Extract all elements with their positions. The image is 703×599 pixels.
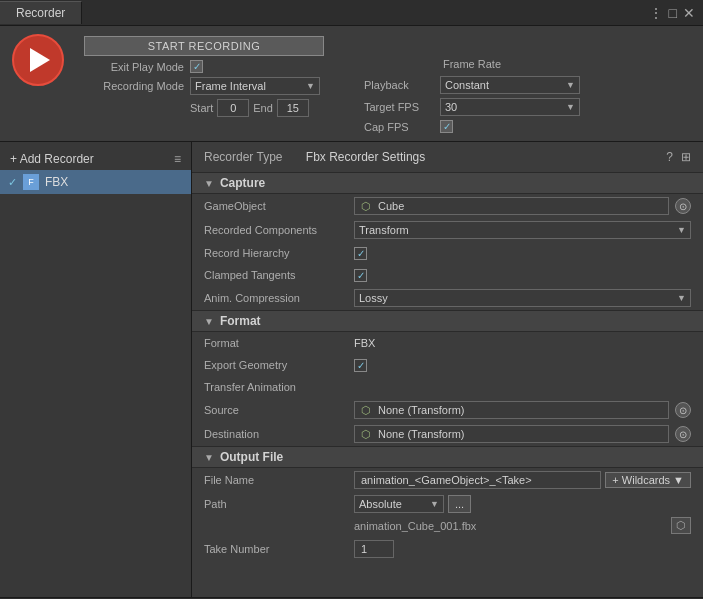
recording-mode-dropdown[interactable]: Frame Interval ▼ [190, 77, 320, 95]
exit-play-mode-row: Exit Play Mode ✓ [84, 60, 324, 73]
recorder-type-value: Fbx Recorder Settings [306, 150, 425, 164]
path-value: Absolute ▼ ... [354, 495, 691, 513]
record-hierarchy-checkbox[interactable]: ✓ [354, 247, 367, 260]
recorded-components-row: Recorded Components Transform ▼ [192, 218, 703, 242]
end-input[interactable] [277, 99, 309, 117]
transfer-animation-row: Transfer Animation [192, 376, 703, 398]
cap-fps-checkbox[interactable]: ✓ [440, 120, 453, 133]
clamped-tangents-value: ✓ [354, 269, 691, 282]
destination-icon: ⬡ [361, 428, 371, 440]
destination-select-button[interactable]: ⊙ [675, 426, 691, 442]
source-field[interactable]: ⬡ None (Transform) [354, 401, 669, 419]
format-section-header[interactable]: ▼ Format [192, 310, 703, 332]
playback-value: Constant [445, 79, 489, 91]
filepath-row: animation_Cube_001.fbx ⬡ [192, 516, 703, 537]
format-value: FBX [354, 337, 691, 349]
preset-icon[interactable]: ⊞ [681, 150, 691, 164]
close-icon[interactable]: ✕ [683, 5, 695, 21]
export-geometry-checkbox[interactable]: ✓ [354, 359, 367, 372]
format-text: FBX [354, 337, 375, 349]
take-number-row: Take Number [192, 537, 703, 561]
record-hierarchy-row: Record Hierarchy ✓ [192, 242, 703, 264]
clamped-tangents-checkbox[interactable]: ✓ [354, 269, 367, 282]
frame-rate-label: Frame Rate [364, 58, 580, 70]
controls-right: Frame Rate Playback Constant ▼ Target FP… [364, 34, 580, 133]
anim-compression-dropdown[interactable]: Lossy ▼ [354, 289, 691, 307]
export-geometry-label: Export Geometry [204, 359, 354, 371]
gameobject-row: GameObject ⬡ Cube ⊙ [192, 194, 703, 218]
anim-compression-row: Anim. Compression Lossy ▼ [192, 286, 703, 310]
cap-fps-checkmark: ✓ [443, 122, 451, 132]
start-recording-button[interactable]: START RECORDING [84, 36, 324, 56]
exit-play-mode-checkbox[interactable]: ✓ [190, 60, 203, 73]
file-name-value: + Wildcards ▼ [354, 471, 691, 489]
gameobject-field[interactable]: ⬡ Cube [354, 197, 669, 215]
file-name-label: File Name [204, 474, 354, 486]
recording-mode-label: Recording Mode [84, 80, 184, 92]
sidebar-check-icon: ✓ [8, 176, 17, 189]
playback-arrow: ▼ [566, 80, 575, 90]
take-number-input[interactable] [354, 540, 394, 558]
play-button[interactable] [12, 34, 64, 86]
gameobject-field-content: ⬡ Cube [361, 200, 404, 213]
output-file-section-header[interactable]: ▼ Output File [192, 446, 703, 468]
anim-compression-arrow: ▼ [677, 293, 686, 303]
clamped-tangents-label: Clamped Tangents [204, 269, 354, 281]
output-file-section-title: Output File [220, 450, 283, 464]
destination-field[interactable]: ⬡ None (Transform) [354, 425, 669, 443]
gameobject-select-button[interactable]: ⊙ [675, 198, 691, 214]
take-number-value [354, 540, 691, 558]
source-icon: ⬡ [361, 404, 371, 416]
browse-button[interactable]: ... [448, 495, 471, 513]
sidebar-menu-icon[interactable]: ≡ [174, 152, 181, 166]
settings-panel: Recorder Type Fbx Recorder Settings ? ⊞ … [192, 142, 703, 597]
wildcards-label: + Wildcards [612, 474, 670, 486]
anim-compression-dropdown-value: Lossy [359, 292, 388, 304]
path-type-dropdown[interactable]: Absolute ▼ [354, 495, 444, 513]
path-row: Path Absolute ▼ ... [192, 492, 703, 516]
clamped-tangents-checkmark: ✓ [357, 270, 365, 281]
recorder-type-label: Recorder Type [204, 150, 283, 164]
playback-dropdown[interactable]: Constant ▼ [440, 76, 580, 94]
target-fps-arrow: ▼ [566, 102, 575, 112]
take-number-label: Take Number [204, 543, 354, 555]
start-label: Start [190, 102, 213, 114]
settings-icons: ? ⊞ [666, 150, 691, 164]
recorder-tab[interactable]: Recorder [0, 1, 82, 24]
recorded-components-dropdown[interactable]: Transform ▼ [354, 221, 691, 239]
source-row: Source ⬡ None (Transform) ⊙ [192, 398, 703, 422]
anim-compression-value: Lossy ▼ [354, 289, 691, 307]
exit-play-mode-label: Exit Play Mode [84, 61, 184, 73]
output-file-arrow-icon: ▼ [204, 452, 214, 463]
recorded-components-label: Recorded Components [204, 224, 354, 236]
capture-section-header[interactable]: ▼ Capture [192, 172, 703, 194]
filepath-text: animation_Cube_001.fbx [354, 520, 476, 532]
file-name-row: File Name + Wildcards ▼ [192, 468, 703, 492]
target-fps-value: 30 [445, 101, 457, 113]
maximize-icon[interactable]: □ [669, 5, 677, 21]
destination-field-content: ⬡ None (Transform) [361, 428, 464, 441]
play-icon [30, 48, 50, 72]
export-geometry-value: ✓ [354, 359, 691, 372]
gameobject-label: GameObject [204, 200, 354, 212]
export-geometry-checkmark: ✓ [357, 360, 365, 371]
end-label: End [253, 102, 273, 114]
sidebar-header: + Add Recorder ≡ [0, 148, 191, 170]
list-item[interactable]: ✓ F FBX [0, 170, 191, 194]
sidebar-item-label: FBX [45, 175, 68, 189]
help-icon[interactable]: ? [666, 150, 673, 164]
target-fps-dropdown[interactable]: 30 ▼ [440, 98, 580, 116]
add-recorder-button[interactable]: + Add Recorder [10, 152, 94, 166]
open-folder-button[interactable]: ⬡ [671, 517, 691, 534]
wildcards-button[interactable]: + Wildcards ▼ [605, 472, 691, 488]
start-input[interactable] [217, 99, 249, 117]
format-row: Format FBX [192, 332, 703, 354]
format-label: Format [204, 337, 354, 349]
source-select-button[interactable]: ⊙ [675, 402, 691, 418]
record-hierarchy-checkmark: ✓ [357, 248, 365, 259]
playback-row: Playback Constant ▼ [364, 76, 580, 94]
exit-play-mode-checkmark: ✓ [193, 62, 201, 72]
file-name-input[interactable] [354, 471, 601, 489]
options-icon[interactable]: ⋮ [649, 5, 663, 21]
record-hierarchy-value: ✓ [354, 247, 691, 260]
